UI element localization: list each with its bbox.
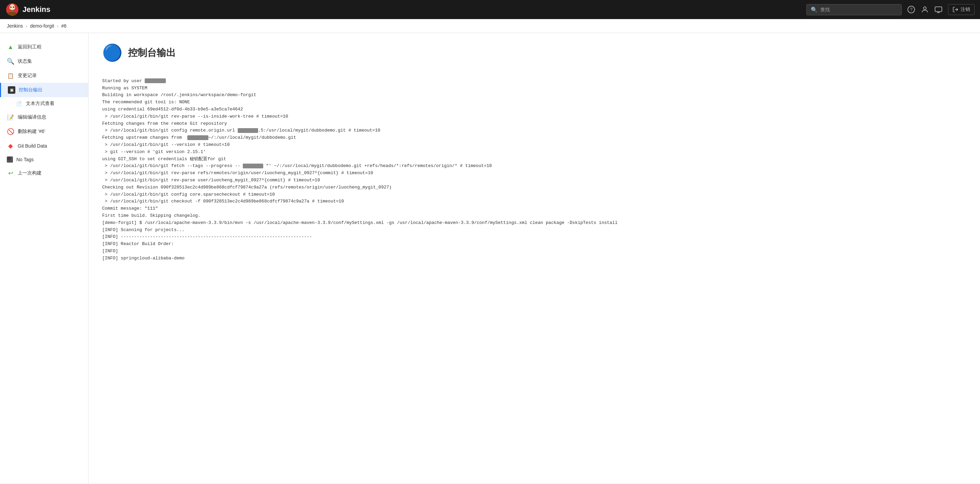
- main-content: 🔵 控制台输出 Started by user Running as SYSTE…: [89, 33, 980, 483]
- console-line-7: Fetching changes from the remote Git rep…: [102, 121, 227, 126]
- redacted-upstream: [187, 135, 208, 140]
- search-input[interactable]: [820, 7, 888, 12]
- no-tags-icon: ⬛: [7, 157, 13, 163]
- page-header: 🔵 控制台输出: [102, 43, 966, 62]
- logout-label: 注销: [961, 6, 970, 13]
- svg-point-3: [13, 6, 14, 8]
- logout-button[interactable]: 注销: [948, 4, 975, 15]
- breadcrumb-sep-1: ›: [25, 23, 27, 29]
- breadcrumb-jenkins[interactable]: Jenkins: [7, 23, 23, 29]
- user-button[interactable]: [921, 5, 929, 14]
- svg-text:?: ?: [910, 7, 913, 12]
- svg-rect-4: [8, 12, 16, 15]
- sidebar-label-edit: 编辑编译信息: [18, 114, 46, 120]
- help-button[interactable]: ?: [907, 5, 915, 14]
- sidebar-item-prev-build[interactable]: ↩ 上一次构建: [0, 166, 88, 180]
- svg-point-7: [923, 7, 926, 10]
- logout-icon: [952, 6, 959, 13]
- console-line-4: The recommended git tool is: NONE: [102, 99, 190, 105]
- console-line-18: > /usr/local/git/bin/git checkout -f 090…: [102, 199, 344, 204]
- breadcrumb: Jenkins › demo-forgit › #6: [0, 19, 980, 33]
- breadcrumb-build: #6: [61, 23, 67, 29]
- back-icon: ▲: [7, 43, 14, 51]
- text-view-icon: 📄: [15, 100, 22, 107]
- svg-rect-8: [935, 7, 942, 11]
- console-line-17: > /usr/local/git/bin/git config core.spa…: [102, 192, 275, 197]
- jenkins-logo-icon: [5, 3, 19, 16]
- globe-icon: 🔵: [102, 43, 123, 62]
- console-line-21: [demo-forgit] $ /usr/local/apache-maven-…: [102, 220, 617, 225]
- redacted-user: [145, 78, 166, 83]
- search-box[interactable]: 🔍: [807, 4, 902, 15]
- sidebar-item-text-view[interactable]: 📄 文本方式查看: [0, 97, 88, 110]
- sidebar-item-back-to-project[interactable]: ▲ 返回到工程: [0, 40, 88, 54]
- logo-area: Jenkins: [5, 3, 50, 16]
- user-icon: [921, 5, 929, 14]
- sidebar-item-no-tags[interactable]: ⬛ No Tags: [0, 153, 88, 166]
- sidebar-label-changelog: 变更记录: [18, 73, 37, 79]
- console-line-22: [INFO] Scanning for projects...: [102, 227, 185, 232]
- breadcrumb-sep-2: ›: [57, 23, 59, 29]
- page-title: 控制台输出: [128, 46, 176, 59]
- svg-point-2: [10, 6, 11, 8]
- console-line-9: Fetching upstream changes from ~/:/usr/l…: [102, 135, 296, 140]
- console-line-15: > /usr/local/git/bin/git rev-parse user/…: [102, 177, 320, 183]
- monitor-icon: [934, 5, 943, 14]
- top-navigation: Jenkins 🔍 ?: [0, 0, 980, 19]
- console-line-23: [INFO] ---------------------------------…: [102, 234, 312, 239]
- console-line-10: > /usr/local/git/bin/git --version # tim…: [102, 142, 229, 147]
- redacted-fetch: [243, 164, 263, 168]
- sidebar-label-back: 返回到工程: [18, 44, 41, 50]
- console-output-text: Started by user Running as SYSTEM Buildi…: [102, 70, 966, 269]
- git-icon: ◆: [7, 142, 14, 150]
- sidebar-label-delete: 删除构建 '#6': [18, 128, 45, 135]
- sidebar-label-notags: No Tags: [16, 157, 34, 162]
- help-icon: ?: [907, 5, 915, 14]
- console-line-11: > git --version # 'git version 2.15.1': [102, 149, 206, 154]
- console-line-13: > /usr/local/git/bin/git fetch --tags --…: [102, 163, 492, 168]
- sidebar-item-delete-build[interactable]: 🚫 删除构建 '#6': [0, 125, 88, 139]
- console-line-25: [INFO]: [102, 249, 118, 254]
- sidebar-item-console-output[interactable]: ▣ 控制台输出: [0, 83, 88, 97]
- sidebar: ▲ 返回到工程 🔍 状态集 📋 变更记录 ▣ 控制台输出 📄 文本方式查看 📝 …: [0, 33, 89, 483]
- console-line-20: First time build. Skipping changelog.: [102, 213, 200, 218]
- sidebar-item-git-build-data[interactable]: ◆ Git Build Data: [0, 139, 88, 153]
- console-line-8: > /usr/local/git/bin/git config remote.o…: [102, 128, 380, 133]
- console-line-14: > /usr/local/git/bin/git rev-parse refs/…: [102, 171, 373, 176]
- console-line-1: Started by user: [102, 78, 166, 83]
- sidebar-label-status: 状态集: [18, 58, 32, 64]
- console-line-26: [INFO] springcloud-alibaba-demo: [102, 256, 185, 261]
- console-line-2: Running as SYSTEM: [102, 86, 148, 91]
- monitor-button[interactable]: [934, 5, 943, 14]
- console-icon: ▣: [8, 86, 15, 94]
- console-line-12: using GIT_SSH to set credentials 秘钥配置for…: [102, 157, 226, 161]
- sidebar-item-edit-build-info[interactable]: 📝 编辑编译信息: [0, 110, 88, 125]
- changelog-icon: 📋: [7, 72, 14, 80]
- delete-icon: 🚫: [7, 128, 14, 135]
- sidebar-label-git: Git Build Data: [18, 143, 47, 149]
- sidebar-label-prev: 上一次构建: [18, 170, 41, 176]
- console-line-16: Checking out Revision 090f328513ec2c4d98…: [102, 185, 391, 190]
- console-line-24: [INFO] Reactor Build Order:: [102, 241, 174, 246]
- redacted-url: [238, 128, 258, 133]
- sidebar-item-status-set[interactable]: 🔍 状态集: [0, 54, 88, 69]
- edit-icon: 📝: [7, 113, 14, 121]
- sidebar-item-change-log[interactable]: 📋 变更记录: [0, 69, 88, 83]
- console-line-5: using credential 69ed4512-df0d-4b33-b9e5…: [102, 107, 243, 112]
- nav-icons: ? 注销: [907, 4, 975, 15]
- status-icon: 🔍: [7, 58, 14, 65]
- console-line-19: Commit message: "111": [102, 206, 158, 211]
- breadcrumb-project[interactable]: demo-forgit: [30, 23, 54, 29]
- prev-build-icon: ↩: [7, 169, 14, 177]
- app-title: Jenkins: [22, 5, 50, 14]
- sidebar-label-console: 控制台输出: [19, 87, 43, 93]
- sidebar-label-textview: 文本方式查看: [26, 101, 54, 107]
- main-layout: ▲ 返回到工程 🔍 状态集 📋 变更记录 ▣ 控制台输出 📄 文本方式查看 📝 …: [0, 33, 980, 483]
- search-icon: 🔍: [811, 6, 818, 13]
- console-line-6: > /usr/local/git/bin/git rev-parse --is-…: [102, 114, 288, 119]
- console-line-3: Building in workspace /root/.jenkins/wor…: [102, 93, 256, 97]
